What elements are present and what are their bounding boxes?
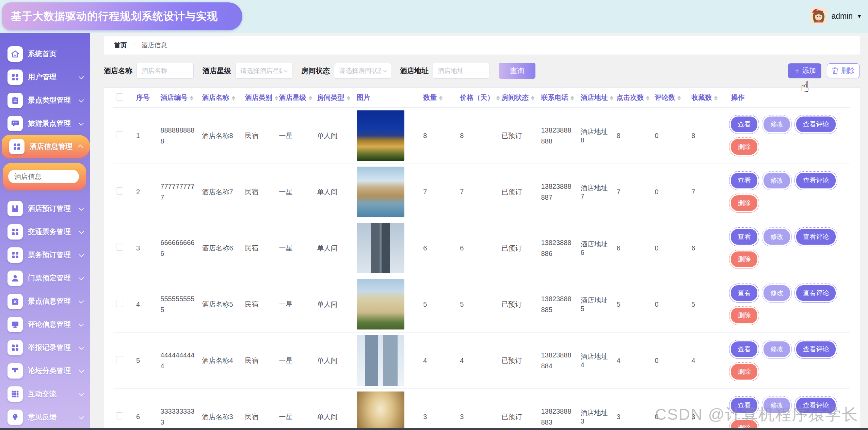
view-comments-button[interactable]: 查看评论: [796, 173, 836, 188]
column-header[interactable]: 酒店类别: [242, 88, 276, 108]
sidebar-item-13[interactable]: 论坛分类管理: [0, 359, 90, 382]
edit-button[interactable]: 修改: [763, 229, 790, 245]
skyscraper-photo: [357, 223, 404, 273]
sort-carets-icon[interactable]: [309, 96, 312, 101]
column-header[interactable]: 评论数: [652, 88, 689, 108]
cell-phone: 13823888888: [538, 108, 578, 164]
edit-button[interactable]: 修改: [763, 341, 790, 357]
sidebar-item-2[interactable]: 用户管理: [0, 65, 90, 89]
hotel-building-photo: [357, 279, 404, 329]
sidebar-item-5[interactable]: 酒店信息管理: [2, 135, 90, 158]
edit-button[interactable]: 修改: [763, 398, 790, 413]
column-header[interactable]: 数量: [420, 88, 457, 108]
sidebar-item-15[interactable]: 意见反馈: [0, 405, 90, 428]
sort-carets-icon[interactable]: [439, 96, 443, 101]
delete-row-button[interactable]: 删除: [731, 420, 757, 428]
sort-carets-icon[interactable]: [677, 96, 681, 101]
view-comments-button[interactable]: 查看评论: [796, 229, 836, 245]
filter-bar: 酒店名称 酒店星级 请选择酒店星级 房间状态 请选择房间状态 酒店地址 查询 ＋…: [104, 63, 860, 79]
row-checkbox[interactable]: [116, 131, 123, 138]
sort-carets-icon[interactable]: [275, 96, 278, 101]
view-button[interactable]: 查看: [731, 398, 757, 413]
user-menu[interactable]: admin ▼: [810, 7, 862, 25]
sort-carets-icon[interactable]: [496, 96, 500, 101]
view-button[interactable]: 查看: [731, 341, 757, 357]
column-header[interactable]: 酒店地址: [578, 88, 614, 108]
sidebar-item-8[interactable]: 票务预订管理: [0, 243, 90, 266]
edit-button[interactable]: 修改: [763, 173, 790, 188]
delete-row-button[interactable]: 删除: [731, 251, 757, 267]
sort-carets-icon[interactable]: [347, 96, 350, 101]
sidebar-item-1[interactable]: 系统首页: [0, 42, 90, 65]
delete-row-button[interactable]: 删除: [731, 308, 757, 323]
column-header[interactable]: 酒店编号: [158, 88, 199, 108]
row-checkbox[interactable]: [116, 187, 123, 195]
column-header[interactable]: 房间类型: [315, 88, 354, 108]
cell-phone: 13823888883: [538, 389, 578, 428]
column-header[interactable]: 收藏数: [689, 88, 728, 108]
row-checkbox[interactable]: [116, 356, 123, 363]
cell-hotel-name: 酒店名称6: [199, 220, 242, 276]
delete-row-button[interactable]: 删除: [731, 364, 757, 380]
edit-button[interactable]: 修改: [763, 117, 790, 132]
user-dropdown-arrow-icon[interactable]: ▼: [857, 13, 862, 19]
cell-comments: 0: [652, 389, 689, 428]
sidebar-item-12[interactable]: 举报记录管理: [0, 336, 90, 359]
sidebar-item-10[interactable]: 景点信息管理: [0, 290, 90, 313]
column-header[interactable]: 酒店名称: [199, 88, 242, 108]
column-header[interactable]: 价格（天）: [457, 88, 499, 108]
row-checkbox[interactable]: [116, 412, 123, 419]
row-checkbox[interactable]: [116, 300, 123, 307]
view-button[interactable]: 查看: [731, 173, 757, 188]
column-header[interactable]: 酒店星级: [276, 88, 315, 108]
cell-hotel-name: 酒店名称3: [199, 389, 242, 428]
view-button[interactable]: 查看: [731, 117, 757, 132]
breadcrumb-current: 酒店信息: [141, 41, 167, 50]
column-header[interactable]: 点击次数: [614, 88, 652, 108]
sort-carets-icon[interactable]: [610, 96, 613, 101]
view-button[interactable]: 查看: [731, 229, 757, 245]
delete-button[interactable]: 删除: [827, 63, 860, 78]
cell-address: 酒店地址7: [578, 164, 614, 220]
edit-button[interactable]: 修改: [763, 285, 790, 301]
delete-row-button[interactable]: 删除: [731, 139, 757, 155]
sort-carets-icon[interactable]: [531, 96, 534, 101]
view-comments-button[interactable]: 查看评论: [796, 117, 836, 132]
sort-carets-icon[interactable]: [646, 96, 649, 101]
column-header[interactable]: 房间状态: [499, 88, 538, 108]
home-icon: [7, 46, 23, 62]
sort-carets-icon[interactable]: [190, 96, 193, 101]
sort-carets-icon[interactable]: [570, 96, 574, 101]
row-checkbox[interactable]: [116, 244, 123, 251]
filter-input[interactable]: [433, 63, 490, 79]
add-button[interactable]: ＋ 添加: [788, 63, 821, 78]
cell-favorites: 7: [689, 164, 728, 220]
delete-row-button[interactable]: 删除: [731, 195, 757, 211]
sidebar-item-9[interactable]: 门票预定管理: [0, 266, 90, 290]
sidebar-item-7[interactable]: 交通票务管理: [0, 220, 90, 243]
filter-select[interactable]: 请选择酒店星级: [235, 63, 292, 79]
grid-icon: [7, 224, 23, 240]
column-header[interactable]: 联系电话: [538, 88, 578, 108]
sidebar-item-14[interactable]: 互动交流: [0, 382, 90, 405]
filter-input[interactable]: [136, 63, 194, 79]
select-all-checkbox[interactable]: [116, 93, 123, 101]
view-comments-button[interactable]: 查看评论: [796, 285, 836, 301]
sort-carets-icon[interactable]: [714, 96, 718, 101]
filter-select[interactable]: 请选择房间状态: [334, 63, 391, 79]
view-button[interactable]: 查看: [731, 285, 757, 301]
filter-field: 酒店地址: [400, 63, 490, 79]
sidebar-subitem-hotel-info[interactable]: 酒店信息: [8, 170, 79, 183]
filter-label: 酒店星级: [203, 66, 231, 76]
view-comments-button[interactable]: 查看评论: [796, 398, 836, 413]
column-header: 序号: [133, 88, 158, 108]
view-comments-button[interactable]: 查看评论: [796, 341, 836, 357]
sidebar-item-6[interactable]: 酒店预订管理: [0, 197, 90, 220]
breadcrumb-home[interactable]: 首页: [114, 41, 127, 50]
sort-carets-icon[interactable]: [232, 96, 235, 101]
sidebar-item-11[interactable]: 评论信息管理: [0, 313, 90, 336]
search-button[interactable]: 查询: [499, 63, 535, 79]
chevron-down-icon: [79, 120, 84, 126]
sidebar-item-4[interactable]: 旅游景点管理: [0, 112, 90, 135]
sidebar-item-3[interactable]: 景点类型管理: [0, 89, 90, 112]
